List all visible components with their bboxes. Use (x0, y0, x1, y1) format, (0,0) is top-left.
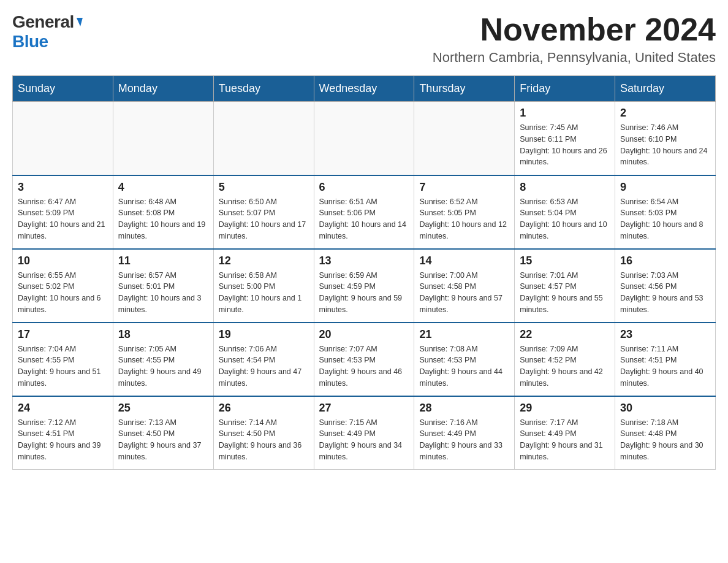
day-info: Sunrise: 7:11 AM Sunset: 4:51 PM Dayligh… (620, 343, 710, 389)
calendar-cell: 26Sunrise: 7:14 AM Sunset: 4:50 PM Dayli… (213, 396, 314, 470)
calendar-cell: 27Sunrise: 7:15 AM Sunset: 4:49 PM Dayli… (314, 396, 414, 470)
header-saturday: Saturday (615, 76, 716, 102)
day-info: Sunrise: 7:18 AM Sunset: 4:48 PM Dayligh… (620, 417, 710, 463)
day-info: Sunrise: 7:05 AM Sunset: 4:55 PM Dayligh… (118, 343, 208, 389)
logo-blue-text: Blue (12, 32, 48, 52)
day-info: Sunrise: 7:13 AM Sunset: 4:50 PM Dayligh… (118, 417, 208, 463)
day-number: 25 (118, 402, 208, 415)
header-sunday: Sunday (13, 76, 113, 102)
day-number: 22 (520, 328, 610, 341)
day-info: Sunrise: 6:57 AM Sunset: 5:01 PM Dayligh… (118, 270, 208, 316)
day-info: Sunrise: 6:48 AM Sunset: 5:08 PM Dayligh… (118, 196, 208, 242)
day-number: 30 (620, 402, 710, 415)
calendar-cell (314, 102, 414, 175)
day-number: 12 (219, 255, 309, 267)
calendar-cell (414, 102, 515, 175)
calendar-cell: 22Sunrise: 7:09 AM Sunset: 4:52 PM Dayli… (515, 323, 615, 396)
day-number: 7 (419, 181, 509, 194)
calendar-cell (13, 102, 113, 175)
calendar-cell: 14Sunrise: 7:00 AM Sunset: 4:58 PM Dayli… (414, 249, 515, 323)
day-info: Sunrise: 6:53 AM Sunset: 5:04 PM Dayligh… (520, 196, 610, 242)
day-number: 23 (620, 328, 710, 341)
calendar-cell: 9Sunrise: 6:54 AM Sunset: 5:03 PM Daylig… (615, 175, 716, 249)
header-wednesday: Wednesday (314, 76, 414, 102)
calendar-cell: 5Sunrise: 6:50 AM Sunset: 5:07 PM Daylig… (213, 175, 314, 249)
day-number: 24 (18, 402, 108, 415)
day-number: 19 (219, 328, 309, 341)
day-info: Sunrise: 7:04 AM Sunset: 4:55 PM Dayligh… (18, 343, 108, 389)
calendar-cell: 23Sunrise: 7:11 AM Sunset: 4:51 PM Dayli… (615, 323, 716, 396)
day-info: Sunrise: 6:55 AM Sunset: 5:02 PM Dayligh… (18, 270, 108, 316)
day-info: Sunrise: 7:17 AM Sunset: 4:49 PM Dayligh… (520, 417, 610, 463)
day-number: 9 (620, 181, 710, 194)
header-friday: Friday (515, 76, 615, 102)
calendar-cell: 12Sunrise: 6:58 AM Sunset: 5:00 PM Dayli… (213, 249, 314, 323)
day-number: 8 (520, 181, 610, 194)
day-number: 26 (219, 402, 309, 415)
calendar-cell: 7Sunrise: 6:52 AM Sunset: 5:05 PM Daylig… (414, 175, 515, 249)
day-info: Sunrise: 6:47 AM Sunset: 5:09 PM Dayligh… (18, 196, 108, 242)
week-row-4: 17Sunrise: 7:04 AM Sunset: 4:55 PM Dayli… (13, 323, 716, 396)
day-number: 27 (319, 402, 409, 415)
day-number: 14 (419, 255, 509, 267)
header-monday: Monday (113, 76, 213, 102)
day-info: Sunrise: 7:46 AM Sunset: 6:10 PM Dayligh… (620, 122, 710, 168)
week-row-1: 1Sunrise: 7:45 AM Sunset: 6:11 PM Daylig… (13, 102, 716, 175)
week-row-5: 24Sunrise: 7:12 AM Sunset: 4:51 PM Dayli… (13, 396, 716, 470)
day-info: Sunrise: 7:03 AM Sunset: 4:56 PM Dayligh… (620, 270, 710, 316)
calendar-cell: 8Sunrise: 6:53 AM Sunset: 5:04 PM Daylig… (515, 175, 615, 249)
day-number: 28 (419, 402, 509, 415)
day-info: Sunrise: 7:14 AM Sunset: 4:50 PM Dayligh… (219, 417, 309, 463)
day-number: 5 (219, 181, 309, 194)
logo-arrow-icon (74, 18, 83, 26)
calendar-cell: 17Sunrise: 7:04 AM Sunset: 4:55 PM Dayli… (13, 323, 113, 396)
calendar-cell: 11Sunrise: 6:57 AM Sunset: 5:01 PM Dayli… (113, 249, 213, 323)
month-title: November 2024 (433, 12, 716, 47)
day-info: Sunrise: 6:51 AM Sunset: 5:06 PM Dayligh… (319, 196, 409, 242)
day-number: 17 (18, 328, 108, 341)
day-number: 10 (18, 255, 108, 267)
header-thursday: Thursday (414, 76, 515, 102)
calendar-cell: 4Sunrise: 6:48 AM Sunset: 5:08 PM Daylig… (113, 175, 213, 249)
header: General Blue November 2024 Northern Camb… (12, 12, 716, 66)
weekday-header-row: Sunday Monday Tuesday Wednesday Thursday… (13, 76, 716, 102)
day-number: 1 (520, 107, 610, 120)
calendar-cell: 28Sunrise: 7:16 AM Sunset: 4:49 PM Dayli… (414, 396, 515, 470)
week-row-2: 3Sunrise: 6:47 AM Sunset: 5:09 PM Daylig… (13, 175, 716, 249)
calendar-cell: 1Sunrise: 7:45 AM Sunset: 6:11 PM Daylig… (515, 102, 615, 175)
week-row-3: 10Sunrise: 6:55 AM Sunset: 5:02 PM Dayli… (13, 249, 716, 323)
day-info: Sunrise: 7:09 AM Sunset: 4:52 PM Dayligh… (520, 343, 610, 389)
day-number: 18 (118, 328, 208, 341)
calendar-cell: 13Sunrise: 6:59 AM Sunset: 4:59 PM Dayli… (314, 249, 414, 323)
calendar-cell (113, 102, 213, 175)
day-info: Sunrise: 6:54 AM Sunset: 5:03 PM Dayligh… (620, 196, 710, 242)
calendar-cell: 20Sunrise: 7:07 AM Sunset: 4:53 PM Dayli… (314, 323, 414, 396)
logo-general-text: General (12, 12, 74, 32)
day-info: Sunrise: 7:01 AM Sunset: 4:57 PM Dayligh… (520, 270, 610, 316)
calendar-cell: 6Sunrise: 6:51 AM Sunset: 5:06 PM Daylig… (314, 175, 414, 249)
day-info: Sunrise: 7:16 AM Sunset: 4:49 PM Dayligh… (419, 417, 509, 463)
day-number: 4 (118, 181, 208, 194)
calendar-cell (213, 102, 314, 175)
day-number: 15 (520, 255, 610, 267)
day-number: 20 (319, 328, 409, 341)
title-area: November 2024 Northern Cambria, Pennsylv… (433, 12, 716, 66)
day-info: Sunrise: 7:07 AM Sunset: 4:53 PM Dayligh… (319, 343, 409, 389)
day-info: Sunrise: 6:50 AM Sunset: 5:07 PM Dayligh… (219, 196, 309, 242)
day-number: 6 (319, 181, 409, 194)
day-number: 16 (620, 255, 710, 267)
day-number: 29 (520, 402, 610, 415)
day-info: Sunrise: 7:15 AM Sunset: 4:49 PM Dayligh… (319, 417, 409, 463)
calendar-cell: 18Sunrise: 7:05 AM Sunset: 4:55 PM Dayli… (113, 323, 213, 396)
calendar-cell: 16Sunrise: 7:03 AM Sunset: 4:56 PM Dayli… (615, 249, 716, 323)
calendar-cell: 25Sunrise: 7:13 AM Sunset: 4:50 PM Dayli… (113, 396, 213, 470)
calendar-table: Sunday Monday Tuesday Wednesday Thursday… (12, 75, 716, 470)
day-info: Sunrise: 7:12 AM Sunset: 4:51 PM Dayligh… (18, 417, 108, 463)
calendar-cell: 3Sunrise: 6:47 AM Sunset: 5:09 PM Daylig… (13, 175, 113, 249)
day-number: 11 (118, 255, 208, 267)
day-info: Sunrise: 6:52 AM Sunset: 5:05 PM Dayligh… (419, 196, 509, 242)
day-info: Sunrise: 7:08 AM Sunset: 4:53 PM Dayligh… (419, 343, 509, 389)
day-info: Sunrise: 7:00 AM Sunset: 4:58 PM Dayligh… (419, 270, 509, 316)
day-number: 3 (18, 181, 108, 194)
day-number: 2 (620, 107, 710, 120)
